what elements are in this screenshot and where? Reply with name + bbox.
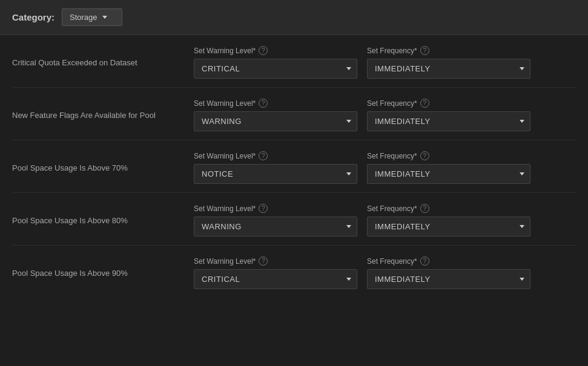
controls-group: Set Warning Level* ?INFONOTICEWARNINGERR… <box>194 99 576 131</box>
alert-row: Pool Space Usage Is Above 70%Set Warning… <box>12 140 576 193</box>
warning-level-select-0[interactable]: INFONOTICEWARNINGERRORCRITICALALERTEMERG… <box>194 59 357 79</box>
frequency-label-3: Set Frequency* ? <box>367 204 530 213</box>
frequency-block-2: Set Frequency* ?IMMEDIATELYHOURLYDAILYWE… <box>367 151 530 184</box>
help-icon[interactable]: ? <box>259 204 268 213</box>
alert-row: New Feature Flags Are Available for Pool… <box>12 88 576 140</box>
warning-level-select-wrapper-2: INFONOTICEWARNINGERRORCRITICALALERTEMERG… <box>194 164 357 184</box>
warning-level-label-2: Set Warning Level* ? <box>194 151 357 160</box>
help-icon[interactable]: ? <box>420 99 429 108</box>
controls-group: Set Warning Level* ?INFONOTICEWARNINGERR… <box>194 257 576 289</box>
frequency-select-4[interactable]: IMMEDIATELYHOURLYDAILYWEEKLY <box>367 269 530 289</box>
alert-name-2: Pool Space Usage Is Above 70% <box>12 163 194 172</box>
alert-row: Pool Space Usage Is Above 80%Set Warning… <box>12 193 576 246</box>
header-bar: Category: Storage <box>0 0 588 35</box>
help-icon[interactable]: ? <box>420 204 429 213</box>
warning-level-select-3[interactable]: INFONOTICEWARNINGERRORCRITICALALERTEMERG… <box>194 217 357 237</box>
frequency-select-0[interactable]: IMMEDIATELYHOURLYDAILYWEEKLY <box>367 59 530 79</box>
controls-group: Set Warning Level* ?INFONOTICEWARNINGERR… <box>194 151 576 184</box>
frequency-select-wrapper-4: IMMEDIATELYHOURLYDAILYWEEKLY <box>367 269 530 289</box>
help-icon[interactable]: ? <box>420 46 429 55</box>
frequency-block-3: Set Frequency* ?IMMEDIATELYHOURLYDAILYWE… <box>367 204 530 237</box>
warning-level-block-1: Set Warning Level* ?INFONOTICEWARNINGERR… <box>194 99 357 131</box>
category-dropdown[interactable]: Storage <box>62 8 122 26</box>
alert-name-1: New Feature Flags Are Available for Pool <box>12 111 194 120</box>
warning-level-label-4: Set Warning Level* ? <box>194 257 357 266</box>
frequency-select-2[interactable]: IMMEDIATELYHOURLYDAILYWEEKLY <box>367 164 530 184</box>
category-value: Storage <box>70 13 97 22</box>
warning-level-select-1[interactable]: INFONOTICEWARNINGERRORCRITICALALERTEMERG… <box>194 111 357 131</box>
help-icon[interactable]: ? <box>420 151 429 160</box>
controls-group: Set Warning Level* ?INFONOTICEWARNINGERR… <box>194 204 576 237</box>
frequency-select-wrapper-3: IMMEDIATELYHOURLYDAILYWEEKLY <box>367 217 530 237</box>
warning-level-block-4: Set Warning Level* ?INFONOTICEWARNINGERR… <box>194 257 357 289</box>
warning-level-block-0: Set Warning Level* ?INFONOTICEWARNINGERR… <box>194 46 357 79</box>
frequency-label-1: Set Frequency* ? <box>367 99 530 108</box>
alert-row: Pool Space Usage Is Above 90%Set Warning… <box>12 246 576 298</box>
warning-level-label-3: Set Warning Level* ? <box>194 204 357 213</box>
alert-name-0: Critical Quota Exceeded on Dataset <box>12 58 194 67</box>
help-icon[interactable]: ? <box>259 151 268 160</box>
warning-level-block-2: Set Warning Level* ?INFONOTICEWARNINGERR… <box>194 151 357 184</box>
category-label: Category: <box>12 12 55 22</box>
help-icon[interactable]: ? <box>259 46 268 55</box>
frequency-select-wrapper-1: IMMEDIATELYHOURLYDAILYWEEKLY <box>367 111 530 131</box>
help-icon[interactable]: ? <box>259 99 268 108</box>
frequency-label-4: Set Frequency* ? <box>367 257 530 266</box>
warning-level-select-wrapper-3: INFONOTICEWARNINGERRORCRITICALALERTEMERG… <box>194 217 357 237</box>
warning-level-label-1: Set Warning Level* ? <box>194 99 357 108</box>
frequency-label-0: Set Frequency* ? <box>367 46 530 55</box>
alert-name-3: Pool Space Usage Is Above 80% <box>12 216 194 225</box>
warning-level-label-0: Set Warning Level* ? <box>194 46 357 55</box>
alert-row: Critical Quota Exceeded on DatasetSet Wa… <box>12 35 576 88</box>
frequency-block-4: Set Frequency* ?IMMEDIATELYHOURLYDAILYWE… <box>367 257 530 289</box>
alert-name-4: Pool Space Usage Is Above 90% <box>12 269 194 278</box>
controls-group: Set Warning Level* ?INFONOTICEWARNINGERR… <box>194 46 576 79</box>
frequency-select-3[interactable]: IMMEDIATELYHOURLYDAILYWEEKLY <box>367 217 530 237</box>
warning-level-select-wrapper-1: INFONOTICEWARNINGERRORCRITICALALERTEMERG… <box>194 111 357 131</box>
warning-level-select-4[interactable]: INFONOTICEWARNINGERRORCRITICALALERTEMERG… <box>194 269 357 289</box>
warning-level-select-wrapper-0: INFONOTICEWARNINGERRORCRITICALALERTEMERG… <box>194 59 357 79</box>
frequency-block-1: Set Frequency* ?IMMEDIATELYHOURLYDAILYWE… <box>367 99 530 131</box>
warning-level-block-3: Set Warning Level* ?INFONOTICEWARNINGERR… <box>194 204 357 237</box>
frequency-block-0: Set Frequency* ?IMMEDIATELYHOURLYDAILYWE… <box>367 46 530 79</box>
help-icon[interactable]: ? <box>259 257 268 266</box>
main-content: Critical Quota Exceeded on DatasetSet Wa… <box>0 35 588 366</box>
chevron-down-icon <box>102 16 107 19</box>
warning-level-select-2[interactable]: INFONOTICEWARNINGERRORCRITICALALERTEMERG… <box>194 164 357 184</box>
frequency-select-1[interactable]: IMMEDIATELYHOURLYDAILYWEEKLY <box>367 111 530 131</box>
frequency-select-wrapper-0: IMMEDIATELYHOURLYDAILYWEEKLY <box>367 59 530 79</box>
help-icon[interactable]: ? <box>420 257 429 266</box>
frequency-label-2: Set Frequency* ? <box>367 151 530 160</box>
frequency-select-wrapper-2: IMMEDIATELYHOURLYDAILYWEEKLY <box>367 164 530 184</box>
warning-level-select-wrapper-4: INFONOTICEWARNINGERRORCRITICALALERTEMERG… <box>194 269 357 289</box>
